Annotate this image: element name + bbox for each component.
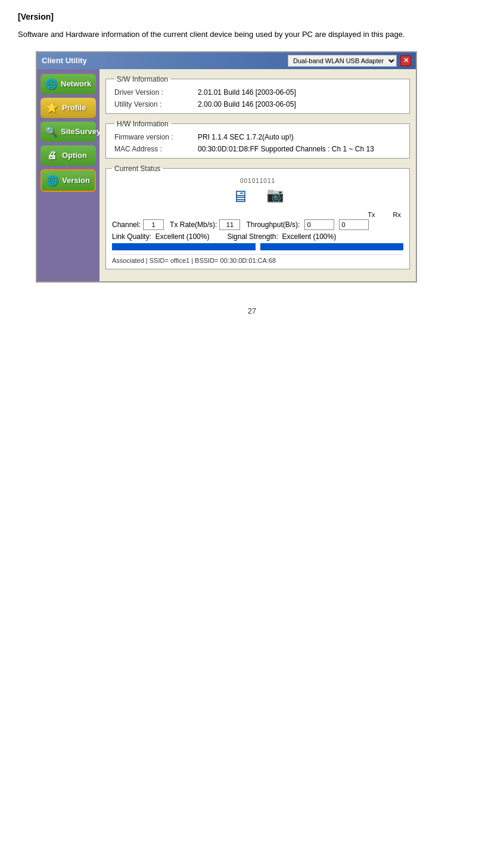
- main-content: S/W Information Driver Version : 2.01.01…: [99, 69, 416, 281]
- window-body: 🌐 Network ⭐ Profile 🔍 SiteSurvey 🖨 Optio…: [37, 69, 416, 281]
- signal-strength-bar: [260, 243, 404, 250]
- throughput-label: Throughput(B/s):: [246, 221, 300, 229]
- utility-value: 2.00.00 Build 146 [2003-06-05]: [198, 100, 296, 108]
- nav-profile-button[interactable]: ⭐ Profile: [41, 98, 96, 118]
- firmware-row: Firmware version : PRI 1.1.4 SEC 1.7.2(A…: [114, 133, 401, 141]
- page-description: Software and Hardware information of the…: [18, 29, 486, 41]
- rx-label: Rx: [393, 211, 401, 218]
- hw-info-legend: H/W Information: [114, 120, 171, 128]
- progress-bars: [112, 243, 403, 250]
- driver-value: 2.01.01 Build 146 [2003-06-05]: [198, 88, 296, 97]
- utility-label: Utility Version :: [114, 100, 198, 108]
- camera-icon: 📷: [266, 187, 284, 206]
- mac-row: MAC Address : 00:30:0D:01:D8:FF Supporte…: [114, 145, 401, 153]
- nav-option-button[interactable]: 🖨 Option: [41, 145, 96, 166]
- firmware-value: PRI 1.1.4 SEC 1.7.2(Auto up!): [198, 133, 294, 141]
- signal-strength-label: Signal Strength: Excellent (100%): [227, 232, 336, 241]
- sw-info-panel: S/W Information Driver Version : 2.01.01…: [105, 75, 410, 114]
- nav-network-button[interactable]: 🌐 Network: [41, 74, 96, 94]
- channel-field: Channel:: [112, 219, 164, 230]
- window-title: Client Utility: [42, 56, 87, 65]
- option-icon: 🖨: [45, 149, 58, 162]
- device-dropdown[interactable]: Dual-band WLAN USB Adapter: [288, 55, 397, 67]
- nav-option-label: Option: [62, 151, 87, 160]
- utility-version-row: Utility Version : 2.00.00 Build 146 [200…: [114, 100, 401, 108]
- driver-label: Driver Version :: [114, 88, 198, 97]
- rx-throughput-input[interactable]: [339, 219, 369, 230]
- titlebar-controls: Dual-band WLAN USB Adapter ✕: [288, 55, 411, 67]
- nav-profile-label: Profile: [62, 103, 86, 112]
- page-title: [Version]: [18, 12, 486, 21]
- mac-label: MAC Address :: [114, 145, 198, 153]
- nav-sitesurvey-label: SiteSurvey: [61, 127, 101, 136]
- nav-network-label: Network: [61, 79, 91, 88]
- txrate-field: Tx Rate(Mb/s):: [170, 219, 240, 230]
- txrate-input[interactable]: [219, 219, 240, 230]
- txrate-label: Tx Rate(Mb/s):: [170, 221, 217, 229]
- binary-display: 001011011: [240, 178, 275, 184]
- tx-rx-labels: Tx Rx: [112, 211, 401, 218]
- sidebar: 🌐 Network ⭐ Profile 🔍 SiteSurvey 🖨 Optio…: [37, 69, 99, 281]
- driver-version-row: Driver Version : 2.01.01 Build 146 [2003…: [114, 88, 401, 97]
- client-utility-window: Client Utility Dual-band WLAN USB Adapte…: [36, 51, 417, 283]
- link-quality-bar: [112, 243, 256, 250]
- nav-sitesurvey-button[interactable]: 🔍 SiteSurvey: [41, 122, 96, 142]
- hw-info-panel: H/W Information Firmware version : PRI 1…: [105, 120, 410, 159]
- channel-txrate-row: Channel: Tx Rate(Mb/s): Throughput(B/s):: [112, 219, 403, 230]
- nav-version-button[interactable]: 🌐 Version: [41, 169, 96, 192]
- current-status-panel: Current Status 001011011 🖥 📷 Tx Rx: [105, 165, 410, 269]
- status-footer: Associated | SSID= office1 | BSSID= 00:3…: [112, 254, 403, 264]
- status-legend: Current Status: [112, 165, 163, 173]
- link-quality-label: Link Quality: Excellent (100%): [112, 232, 209, 241]
- tx-throughput-input[interactable]: [304, 219, 334, 230]
- profile-icon: ⭐: [45, 101, 58, 114]
- sw-info-legend: S/W Information: [114, 75, 170, 83]
- close-button[interactable]: ✕: [400, 55, 411, 66]
- channel-input[interactable]: [143, 219, 164, 230]
- network-icon: 🌐: [45, 77, 57, 91]
- mac-value: 00:30:0D:01:D8:FF Supported Channels : C…: [198, 145, 374, 153]
- firmware-label: Firmware version :: [114, 133, 198, 141]
- page-number: 27: [18, 306, 486, 315]
- monitor-icon: 🖥: [232, 187, 248, 206]
- channel-label: Channel:: [112, 221, 141, 229]
- window-titlebar: Client Utility Dual-band WLAN USB Adapte…: [37, 52, 416, 69]
- throughput-field: Throughput(B/s):: [246, 219, 369, 230]
- version-icon: 🌐: [46, 174, 58, 187]
- nav-version-label: Version: [62, 176, 90, 185]
- throughput-inputs: [304, 219, 369, 230]
- quality-row: Link Quality: Excellent (100%) Signal St…: [112, 232, 403, 241]
- tx-label: Tx: [368, 211, 375, 218]
- sitesurvey-icon: 🔍: [45, 125, 57, 138]
